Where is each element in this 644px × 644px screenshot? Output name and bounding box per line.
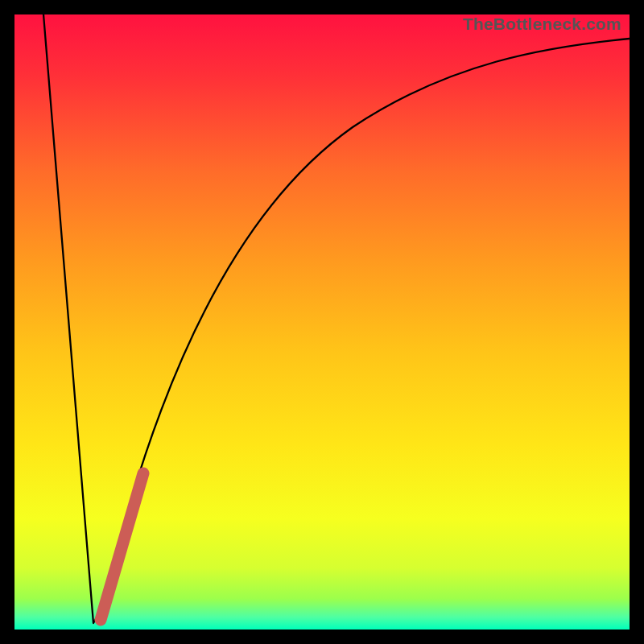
watermark: TheBottleneck.com	[463, 14, 621, 34]
chart-root: TheBottleneck.com	[0, 0, 644, 644]
curves-layer	[14, 14, 630, 630]
highlight-segment	[101, 473, 143, 620]
plot-area: TheBottleneck.com	[14, 14, 630, 630]
